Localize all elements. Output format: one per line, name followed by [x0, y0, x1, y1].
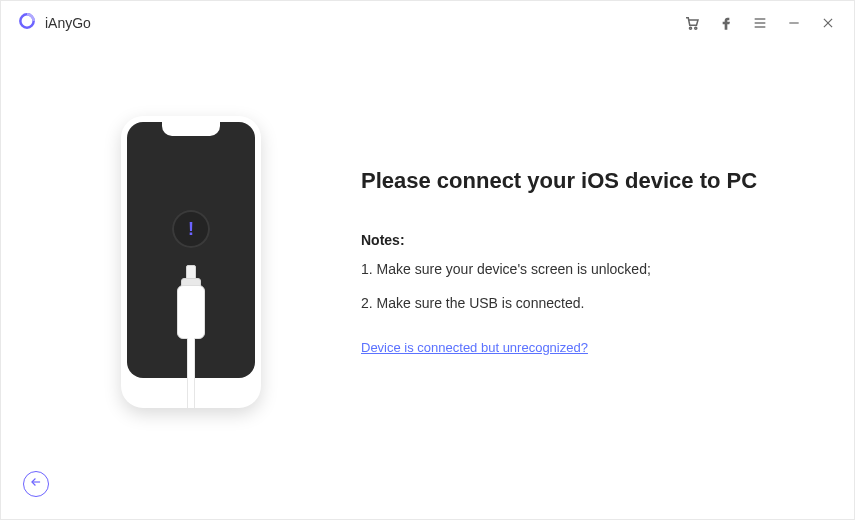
phone-frame: ! — [121, 116, 261, 408]
exclamation-mark: ! — [188, 219, 194, 240]
usb-plug-body — [177, 285, 205, 339]
page-title: Please connect your iOS device to PC — [361, 168, 794, 194]
app-name: iAnyGo — [45, 15, 91, 31]
close-icon[interactable] — [818, 13, 838, 33]
facebook-icon[interactable] — [716, 13, 736, 33]
help-link-unrecognized[interactable]: Device is connected but unrecognized? — [361, 340, 588, 355]
usb-plug-tip — [186, 265, 196, 279]
logo-icon — [17, 11, 37, 35]
note-line-1: 1. Make sure your device's screen is unl… — [361, 260, 794, 280]
cart-icon[interactable] — [682, 13, 702, 33]
phone-notch — [162, 122, 220, 136]
back-arrow-icon — [29, 475, 43, 493]
svg-point-2 — [695, 27, 697, 29]
usb-cable — [173, 265, 209, 408]
instruction-column: Please connect your iOS device to PC Not… — [361, 168, 794, 355]
title-controls — [682, 13, 838, 33]
notes-label: Notes: — [361, 232, 794, 248]
minimize-icon[interactable] — [784, 13, 804, 33]
phone-illustration-column: ! — [61, 116, 321, 408]
brand: iAnyGo — [17, 11, 91, 35]
menu-icon[interactable] — [750, 13, 770, 33]
back-button[interactable] — [23, 471, 49, 497]
note-line-2: 2. Make sure the USB is connected. — [361, 294, 794, 314]
phone-screen: ! — [127, 122, 255, 378]
svg-point-1 — [689, 27, 691, 29]
alert-icon: ! — [172, 210, 210, 248]
main-content: ! Please connect your iOS device to PC N… — [1, 45, 854, 519]
usb-cord — [187, 338, 195, 408]
app-window: iAnyGo — [0, 0, 855, 520]
titlebar: iAnyGo — [1, 1, 854, 45]
